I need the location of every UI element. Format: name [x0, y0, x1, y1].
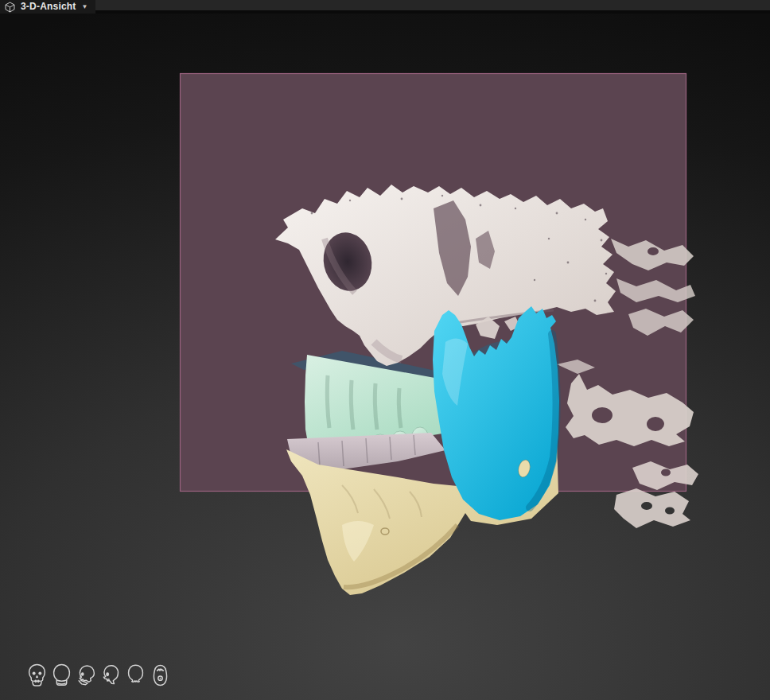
cube-icon — [5, 2, 15, 13]
view-skull-top-button[interactable] — [125, 663, 146, 688]
skull-profile-icon — [100, 663, 122, 688]
3d-view-window: 3-D-Ansicht ▼ — [0, 0, 770, 700]
skull-back-icon — [51, 663, 72, 688]
skull-front-icon — [26, 663, 48, 688]
3d-viewport[interactable] — [0, 0, 770, 700]
view-selector-tab[interactable]: 3-D-Ansicht ▼ — [0, 0, 95, 14]
chevron-down-icon: ▼ — [82, 0, 88, 14]
skull-three-quarter-icon — [76, 663, 97, 688]
view-title: 3-D-Ansicht — [21, 0, 76, 14]
view-skull-front-button[interactable] — [26, 663, 48, 688]
view-skull-bottom-button[interactable] — [150, 663, 171, 688]
view-preset-toolbar — [26, 663, 171, 688]
skull-bottom-icon — [150, 663, 171, 688]
view-skull-profile-button[interactable] — [100, 663, 122, 688]
view-skull-back-button[interactable] — [51, 663, 72, 688]
skull-top-icon — [125, 663, 146, 688]
view-skull-three-quarter-button[interactable] — [76, 663, 97, 688]
bone-fragment — [614, 488, 690, 528]
view-header-bar: 3-D-Ansicht ▼ — [0, 0, 770, 14]
